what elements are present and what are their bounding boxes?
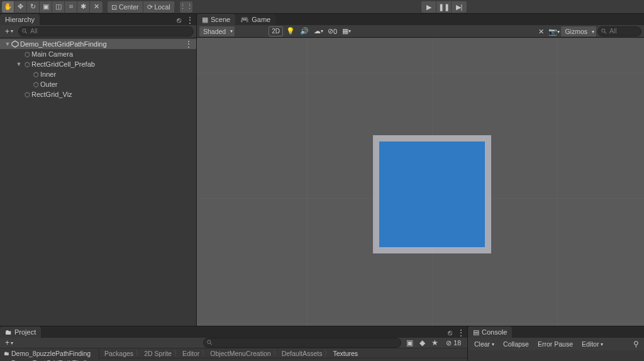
console-search-icon[interactable]: ⚲ bbox=[631, 339, 641, 349]
tools-icon[interactable]: ✕ bbox=[535, 26, 547, 36]
breadcrumb-item[interactable]: 2D Sprite bbox=[143, 350, 173, 357]
console-collapse-button[interactable]: Collapse bbox=[499, 339, 533, 349]
draw-mode-dropdown[interactable]: Shaded bbox=[199, 26, 235, 36]
draw-mode-label: Shaded bbox=[203, 28, 226, 35]
scene-root-row[interactable]: ▼ Demo_RectGridPathFinding ⋮ bbox=[0, 39, 196, 49]
console-log-area bbox=[468, 350, 644, 361]
hierarchy-search-input[interactable]: All bbox=[18, 26, 194, 36]
scene-tabrow: ▦ Scene 🎮 Game bbox=[197, 14, 644, 25]
breadcrumb-item[interactable]: ObjectMenuCreation bbox=[209, 350, 272, 357]
project-folder-row[interactable]: 🖿 Demo_RectGridPathFinding bbox=[0, 358, 99, 361]
project-search-input[interactable] bbox=[203, 338, 402, 348]
eye-off-icon: ⊘ bbox=[328, 27, 333, 35]
scale-tool[interactable]: ▣ bbox=[40, 1, 52, 13]
rect-tool[interactable]: ◫ bbox=[52, 1, 65, 13]
hidden-items-badge[interactable]: ⊘ 18 bbox=[442, 338, 465, 348]
console-errorpause-button[interactable]: Error Pause bbox=[534, 339, 577, 349]
project-folder-label: Demo_8puzzlePathFinding bbox=[11, 350, 91, 357]
hierarchy-item[interactable]: ⬡ Main Camera bbox=[0, 49, 196, 59]
move-tool[interactable]: ✥ bbox=[14, 1, 27, 13]
console-tab-label: Console bbox=[482, 328, 507, 336]
rotate-tool[interactable]: ↻ bbox=[27, 1, 40, 13]
eye-off-icon: ⊘ bbox=[446, 339, 452, 347]
hand-tool[interactable]: ✋ bbox=[2, 1, 14, 13]
console-clear-button[interactable]: Clear ▾ bbox=[470, 339, 498, 349]
breadcrumb-item[interactable]: Textures bbox=[331, 350, 359, 357]
hierarchy-item-label: Main Camera bbox=[31, 50, 73, 58]
play-button[interactable]: ▶ bbox=[421, 1, 436, 13]
chevron-down-icon: ▾ bbox=[601, 342, 603, 347]
scene-viewport[interactable] bbox=[197, 38, 644, 326]
folder-icon: 🖿 bbox=[4, 350, 9, 357]
custom-tool[interactable]: ✱ bbox=[77, 1, 90, 13]
scene-row-menu-icon[interactable]: ⋮ bbox=[185, 40, 192, 48]
project-asset-list: ▶ ◐ CapsuleWithBorder bbox=[99, 358, 467, 361]
bottom-panels: 🖿 Project ⎋ ⋮ + ▾ ▣ ◆ ★ ⊘ 18 bbox=[0, 326, 644, 361]
filter-label-icon[interactable]: ★ bbox=[429, 338, 441, 348]
hierarchy-item-label: Outer bbox=[40, 81, 58, 88]
project-add-button[interactable]: + ▾ bbox=[3, 338, 16, 348]
grid-dropdown-icon[interactable]: ▦▾ bbox=[340, 26, 353, 36]
workspace-middle: Hierarchy ⎋ ⋮ + ▾ All ▼ Demo_RectGridPat… bbox=[0, 14, 644, 326]
project-folder-tree: 🖿 Demo_8puzzlePathFinding 🖿 Demo_RectGri… bbox=[0, 348, 99, 361]
scene-search-input[interactable]: All bbox=[597, 26, 641, 36]
filter-type-icon[interactable]: ◆ bbox=[417, 338, 428, 348]
transform-tool[interactable]: ⌗ bbox=[65, 1, 77, 13]
scene-name-label: Demo_RectGridPathFinding bbox=[20, 40, 107, 48]
lighting-icon[interactable]: 💡 bbox=[284, 26, 297, 36]
gameobject-icon: ⬡ bbox=[31, 81, 40, 88]
hierarchy-item[interactable]: ⬡ Inner bbox=[0, 69, 196, 79]
hierarchy-tab-label: Hierarchy bbox=[5, 16, 35, 23]
chevron-down-icon: ▾ bbox=[11, 340, 13, 346]
hierarchy-item-label: RectGrid_Viz bbox=[31, 91, 72, 98]
project-tab[interactable]: 🖿 Project bbox=[0, 326, 41, 338]
hierarchy-lock-icon[interactable]: ⎋ bbox=[174, 15, 184, 25]
tab-scene[interactable]: ▦ Scene bbox=[197, 14, 235, 25]
hierarchy-tabrow: Hierarchy ⎋ ⋮ bbox=[0, 14, 196, 25]
project-main: Packages〉 2D Sprite〉 Editor〉 ObjectMenuC… bbox=[99, 348, 467, 361]
breadcrumb-item[interactable]: Editor bbox=[181, 350, 201, 357]
hidden-objects-badge[interactable]: ⊘ 0 bbox=[326, 26, 339, 36]
camera-dropdown-icon[interactable]: 📷▾ bbox=[548, 26, 560, 36]
scene-view-panel: ▦ Scene 🎮 Game Shaded 2D 💡 🔊 ☁▾ ⊘ 0 ▦▾ bbox=[197, 14, 644, 326]
console-editor-dropdown[interactable]: Editor ▾ bbox=[578, 339, 607, 349]
gameobject-icon: ⬡ bbox=[23, 51, 31, 58]
handle-center-button[interactable]: ⊡ Center bbox=[108, 1, 143, 13]
project-menu-icon[interactable]: ⋮ bbox=[455, 328, 467, 338]
console-tab[interactable]: ▤ Console bbox=[468, 326, 512, 338]
fold-icon: ▼ bbox=[4, 41, 11, 47]
console-editor-label: Editor bbox=[582, 340, 599, 348]
transform-tools: ✋ ✥ ↻ ▣ ◫ ⌗ ✱ ✕ bbox=[2, 1, 103, 13]
filter-favorites-icon[interactable]: ▣ bbox=[404, 338, 416, 348]
hierarchy-item[interactable]: ⬡ RectGrid_Viz bbox=[0, 89, 196, 99]
audio-icon[interactable]: 🔊 bbox=[298, 26, 311, 36]
scene-toolbar: Shaded 2D 💡 🔊 ☁▾ ⊘ 0 ▦▾ ✕ 📷▾ Gizmos All bbox=[197, 25, 644, 38]
2d-toggle[interactable]: 2D bbox=[269, 26, 283, 36]
gameobject-icon: ⬡ bbox=[31, 71, 40, 78]
project-lock-icon[interactable]: ⎋ bbox=[445, 328, 455, 338]
breadcrumb-item[interactable]: DefaultAssets bbox=[280, 350, 324, 357]
rectgrid-inner-sprite bbox=[379, 142, 485, 247]
grid-snap-button[interactable]: ⋮⋮ bbox=[180, 1, 192, 13]
gizmos-label: Gizmos bbox=[565, 28, 587, 35]
console-clear-label: Clear bbox=[474, 340, 490, 348]
unity-icon bbox=[11, 40, 20, 48]
fold-icon: ▼ bbox=[15, 61, 23, 67]
hierarchy-item[interactable]: ▼ ⬡ RectGridCell_Prefab bbox=[0, 59, 196, 69]
pause-button[interactable]: ❚❚ bbox=[436, 1, 452, 13]
hierarchy-menu-icon[interactable]: ⋮ bbox=[184, 15, 196, 25]
tab-game[interactable]: 🎮 Game bbox=[235, 14, 275, 25]
plus-icon: + bbox=[5, 27, 9, 36]
fx-dropdown-icon[interactable]: ☁▾ bbox=[312, 26, 325, 36]
project-panel: 🖿 Project ⎋ ⋮ + ▾ ▣ ◆ ★ ⊘ 18 bbox=[0, 326, 468, 361]
console-panel: ▤ Console Clear ▾ Collapse Error Pause E… bbox=[468, 326, 644, 361]
hierarchy-tab[interactable]: Hierarchy bbox=[0, 14, 40, 25]
editor-tool[interactable]: ✕ bbox=[90, 1, 103, 13]
handle-local-button[interactable]: ⟳ Local bbox=[143, 1, 175, 13]
hierarchy-item[interactable]: ⬡ Outer bbox=[0, 79, 196, 89]
step-button[interactable]: ▶| bbox=[452, 1, 467, 13]
hierarchy-add-button[interactable]: + ▾ bbox=[3, 26, 16, 36]
breadcrumb-item[interactable]: Packages bbox=[103, 350, 135, 357]
project-folder-row[interactable]: 🖿 Demo_8puzzlePathFinding bbox=[0, 348, 99, 358]
gizmos-dropdown[interactable]: Gizmos bbox=[561, 26, 596, 36]
